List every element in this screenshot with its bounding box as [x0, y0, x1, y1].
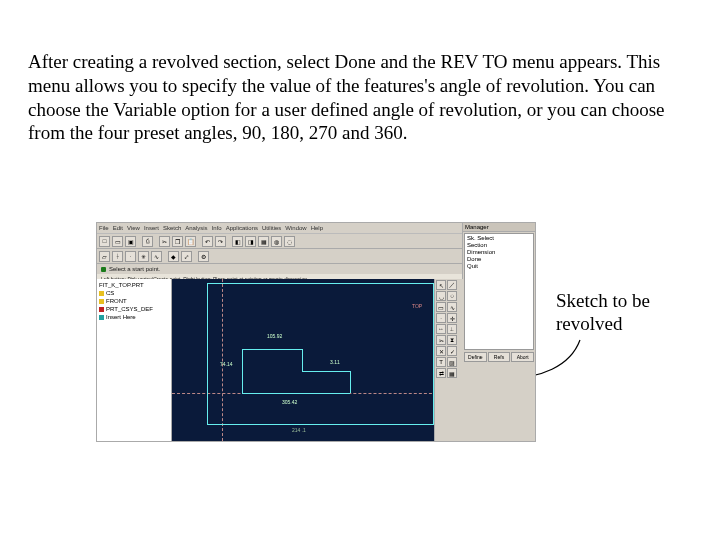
mirror-tool-icon[interactable]: ⧗ [447, 335, 457, 345]
tree-item[interactable]: Insert Here [99, 313, 169, 321]
arc-tool-icon[interactable]: ◡ [436, 291, 446, 301]
menu-insert[interactable]: Insert [144, 225, 159, 231]
tree-root[interactable]: FIT_K_TOP.PRT [99, 281, 169, 289]
tree-item[interactable]: PRT_CSYS_DEF [99, 305, 169, 313]
menu-utils[interactable]: Utilities [262, 225, 281, 231]
menu-sketch[interactable]: Sketch [163, 225, 181, 231]
new-icon[interactable]: □ [99, 236, 110, 247]
menu-manager-panel: Manager Sk. Select Section Dimension Don… [462, 223, 535, 441]
main-area: FIT_K_TOP.PRT CS FRONT PRT_CSYS_DEF Inse… [97, 279, 463, 441]
dimension-right: 3.11 [330, 359, 340, 365]
cut-icon[interactable]: ✂ [159, 236, 170, 247]
coord-tool-icon[interactable]: ✛ [447, 313, 457, 323]
cad-app-window: File Edit View Insert Sketch Analysis In… [96, 222, 536, 442]
toolbar-separator [228, 236, 230, 247]
wire-icon[interactable]: ◌ [284, 236, 295, 247]
view3-icon[interactable]: ▦ [258, 236, 269, 247]
delete-tool-icon[interactable]: ✕ [436, 346, 446, 356]
datum-axis-icon[interactable]: ⟊ [112, 251, 123, 262]
text-tool-icon[interactable]: T [436, 357, 446, 367]
sketch-line [242, 393, 350, 394]
refs-button[interactable]: Refs [488, 352, 511, 362]
menu-view[interactable]: View [127, 225, 140, 231]
select-tool-icon[interactable]: ↖ [436, 280, 446, 290]
panel-item-done[interactable]: Done [467, 256, 531, 263]
point-tool-icon[interactable]: · [436, 313, 446, 323]
toolbar-separator [138, 236, 140, 247]
print-icon[interactable]: ⎙ [142, 236, 153, 247]
menu-file[interactable]: File [99, 225, 109, 231]
abort-button[interactable]: Abort [511, 352, 534, 362]
save-icon[interactable]: ▣ [125, 236, 136, 247]
done-tool-icon[interactable]: ✓ [447, 346, 457, 356]
instruction-text: After creating a revolved section, selec… [28, 50, 688, 145]
datum-icon [99, 299, 104, 304]
grid-tool-icon[interactable]: ▦ [447, 368, 457, 378]
tree-label: FRONT [106, 297, 127, 305]
datum-curve-icon[interactable]: ∿ [151, 251, 162, 262]
sketch-line [242, 349, 302, 350]
fill-tool-icon[interactable]: ▨ [447, 357, 457, 367]
status-indicator-icon [101, 267, 106, 272]
datum-plane-icon[interactable]: ▱ [99, 251, 110, 262]
circle-tool-icon[interactable]: ○ [447, 291, 457, 301]
line-tool-icon[interactable]: ／ [447, 280, 457, 290]
menu-analysis[interactable]: Analysis [185, 225, 207, 231]
tree-item[interactable]: FRONT [99, 297, 169, 305]
undo-icon[interactable]: ↶ [202, 236, 213, 247]
trim-tool-icon[interactable]: ✂ [436, 335, 446, 345]
datum-icon [99, 291, 104, 296]
panel-item-quit[interactable]: Quit [467, 263, 531, 270]
center-label: 214 .1 [292, 427, 306, 433]
csys-icon [99, 307, 104, 312]
panel-item-dimension[interactable]: Dimension [467, 249, 531, 256]
constraint-tool-icon[interactable]: ⟂ [447, 324, 457, 334]
status-text: Select a start point. [109, 266, 160, 272]
fit-icon[interactable]: ⤢ [181, 251, 192, 262]
datum-label-top: TOP [412, 303, 422, 309]
view1-icon[interactable]: ◧ [232, 236, 243, 247]
paste-icon[interactable]: 📋 [185, 236, 196, 247]
panel-list: Sk. Select Section Dimension Done Quit [464, 233, 534, 350]
redo-icon[interactable]: ↷ [215, 236, 226, 247]
dimension-tool-icon[interactable]: ↔ [436, 324, 446, 334]
menu-help[interactable]: Help [311, 225, 323, 231]
rect-tool-icon[interactable]: ▭ [436, 302, 446, 312]
open-icon[interactable]: ▭ [112, 236, 123, 247]
menu-info[interactable]: Info [212, 225, 222, 231]
toggle-tool-icon[interactable]: ⇄ [436, 368, 446, 378]
toolbar-separator [155, 236, 157, 247]
panel-title: Manager [463, 223, 535, 232]
menu-apps[interactable]: Applications [226, 225, 258, 231]
tree-label: CS [106, 289, 114, 297]
toolbar-separator [164, 251, 166, 262]
csys-icon[interactable]: ✳ [138, 251, 149, 262]
tree-label: PRT_CSYS_DEF [106, 305, 153, 313]
sketcher-toolstrip: ↖ ／ ◡ ○ ▭ ∿ · ✛ ↔ ⟂ ✂ ⧗ ✕ ✓ T ▨ ⇄ ▦ [434, 279, 463, 441]
config-icon[interactable]: ⚙ [198, 251, 209, 262]
tree-item[interactable]: CS [99, 289, 169, 297]
panel-item-select[interactable]: Sk. Select [467, 235, 531, 242]
define-button[interactable]: Define [464, 352, 487, 362]
datum-point-icon[interactable]: · [125, 251, 136, 262]
toolbar-separator [194, 251, 196, 262]
sketch-line [302, 349, 303, 371]
dimension-top: 105.92 [267, 333, 282, 339]
panel-buttons: Define Refs Abort [463, 351, 535, 363]
sketch-viewport[interactable]: 105.92 74.14 3.11 305.42 TOP 214 .1 ↖ ／ … [172, 279, 463, 441]
model-tree: FIT_K_TOP.PRT CS FRONT PRT_CSYS_DEF Inse… [97, 279, 172, 441]
tree-label: Insert Here [106, 313, 136, 321]
toolbar-separator [198, 236, 200, 247]
orient-icon[interactable]: ◆ [168, 251, 179, 262]
dimension-bottom: 305.42 [282, 399, 297, 405]
spline-tool-icon[interactable]: ∿ [447, 302, 457, 312]
copy-icon[interactable]: ❐ [172, 236, 183, 247]
panel-item-section[interactable]: Section [467, 242, 531, 249]
menu-window[interactable]: Window [285, 225, 306, 231]
insert-icon [99, 315, 104, 320]
menu-edit[interactable]: Edit [113, 225, 123, 231]
dimension-left: 74.14 [220, 361, 233, 367]
shade-icon[interactable]: ◍ [271, 236, 282, 247]
tree-root-label: FIT_K_TOP.PRT [99, 281, 144, 289]
view2-icon[interactable]: ◨ [245, 236, 256, 247]
